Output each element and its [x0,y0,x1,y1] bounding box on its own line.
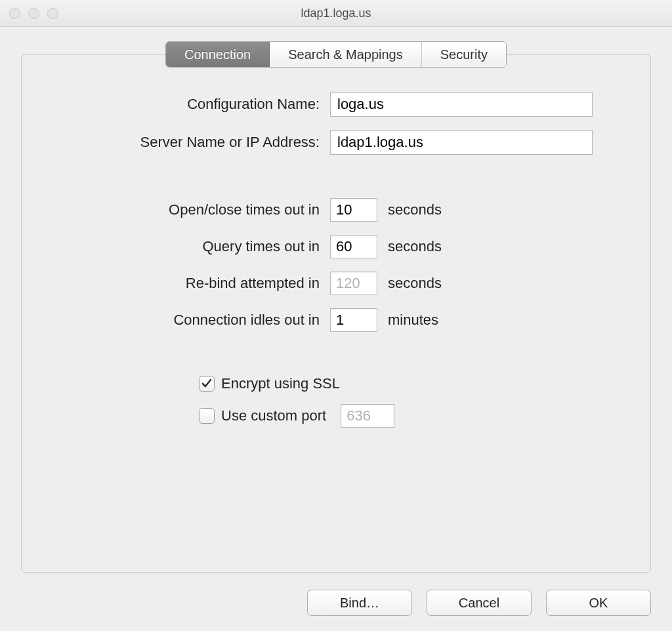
window-title: ldap1.loga.us [0,7,672,20]
rebind-input [330,272,377,295]
tab-search-mappings[interactable]: Search & Mappings [269,42,421,67]
tab-security[interactable]: Security [421,42,506,67]
server-name-label: Server Name or IP Address: [68,134,330,151]
close-window-button[interactable] [9,8,20,19]
idle-input[interactable] [330,308,377,332]
tab-connection-label: Connection [184,47,251,62]
open-close-label: Open/close times out in [68,201,330,218]
server-name-input[interactable] [330,130,593,155]
rebind-unit: seconds [388,275,442,292]
custom-port-label: Use custom port [221,407,326,424]
checkmark-icon [201,378,212,389]
window-controls [9,8,58,19]
custom-port-input [341,404,394,428]
query-timeout-label: Query times out in [68,238,330,255]
form-area: Configuration Name: Server Name or IP Ad… [22,92,650,428]
custom-port-checkbox[interactable] [199,408,215,424]
config-name-input[interactable] [330,92,593,117]
tab-panel: Connection Search & Mappings Security Co… [21,54,651,573]
idle-unit: minutes [388,312,438,329]
query-timeout-unit: seconds [388,238,442,255]
cancel-button[interactable]: Cancel [427,590,532,616]
minimize-window-button[interactable] [28,8,39,19]
tab-search-mappings-label: Search & Mappings [288,47,403,62]
zoom-window-button[interactable] [47,8,58,19]
encrypt-ssl-label: Encrypt using SSL [221,375,340,392]
tab-connection[interactable]: Connection [166,42,269,67]
rebind-label: Re-bind attempted in [68,275,330,292]
bind-button[interactable]: Bind… [307,590,412,616]
window-body: Connection Search & Mappings Security Co… [0,27,672,631]
tab-security-label: Security [440,47,488,62]
open-close-unit: seconds [388,201,442,218]
encrypt-ssl-checkbox[interactable] [199,376,215,392]
open-close-input[interactable] [330,198,377,222]
footer-buttons: Bind… Cancel OK [21,573,651,616]
idle-label: Connection idles out in [68,312,330,329]
tab-strip: Connection Search & Mappings Security [165,41,507,68]
titlebar: ldap1.loga.us [0,0,672,27]
ok-button[interactable]: OK [546,590,651,616]
config-name-label: Configuration Name: [68,96,330,113]
query-timeout-input[interactable] [330,235,377,258]
